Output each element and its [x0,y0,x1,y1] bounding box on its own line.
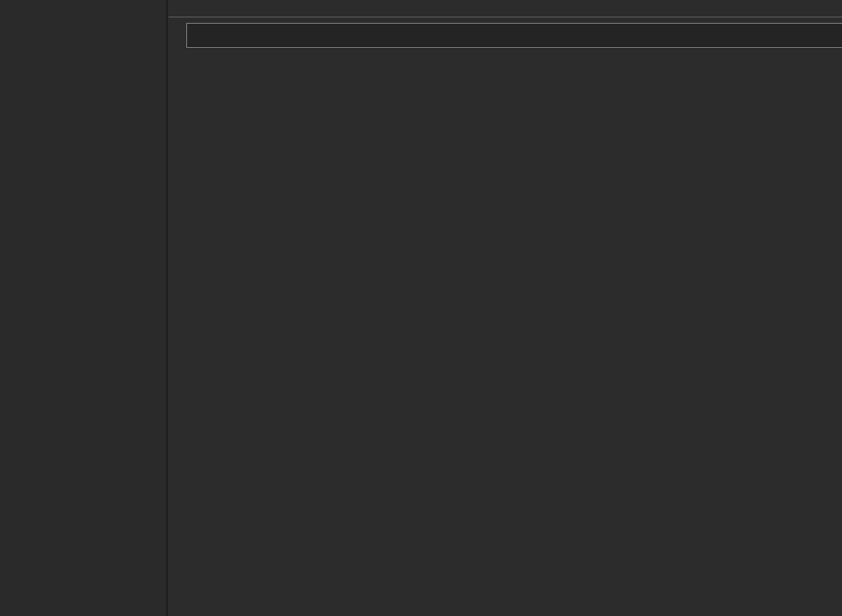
main-content [169,0,842,616]
panel-header [187,24,842,47]
edit-firewall-rule-panel [186,23,842,48]
title-divider [169,17,842,17]
page-title [169,0,842,17]
sidebar [0,0,168,616]
